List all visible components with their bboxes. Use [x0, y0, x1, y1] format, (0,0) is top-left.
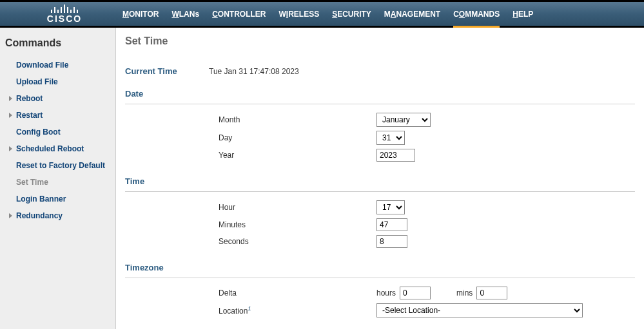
cisco-logo-bars: [51, 4, 78, 13]
year-label: Year: [125, 151, 376, 160]
section-divider: [125, 278, 635, 278]
location-footnote: 1: [248, 305, 251, 312]
minutes-input[interactable]: [376, 218, 407, 231]
sidebar-item-label: Restart: [16, 109, 43, 121]
sidebar-item-set-time[interactable]: Set Time: [0, 174, 115, 191]
sidebar-item-label: Reboot: [16, 93, 43, 104]
sidebar-item-label: Upload File: [16, 76, 58, 88]
sidebar-title: Commands: [0, 34, 115, 57]
section-divider: [125, 191, 635, 192]
month-select[interactable]: January: [376, 113, 431, 127]
expand-icon: [9, 213, 12, 218]
sidebar-item-label: Download File: [16, 59, 68, 71]
location-label: Location1: [125, 305, 376, 316]
time-section-label: Time: [125, 176, 635, 186]
top-header: CISCO MONITOR WLANs CONTROLLER WIRELESS …: [0, 0, 644, 26]
page-title: Set Time: [125, 35, 635, 47]
hour-label: Hour: [125, 203, 376, 212]
nav-wireless[interactable]: WIRELESS: [272, 2, 326, 26]
sidebar-item-download-file[interactable]: Download File: [0, 57, 115, 73]
current-time-label: Current Time: [125, 66, 209, 76]
sidebar-item-label: Set Time: [16, 176, 48, 188]
minutes-label: Minutes: [125, 220, 376, 229]
sidebar-item-config-boot[interactable]: Config Boot: [0, 124, 115, 140]
delta-mins-label: mins: [456, 288, 473, 298]
content-area: Set Time Current Time Tue Jan 31 17:47:0…: [116, 28, 644, 329]
delta-hours-input[interactable]: [400, 287, 431, 299]
delta-label: Delta: [125, 288, 376, 298]
nav-controller[interactable]: CONTROLLER: [206, 2, 272, 26]
current-time-value: Tue Jan 31 17:47:08 2023: [209, 67, 299, 76]
nav-monitor[interactable]: MONITOR: [116, 2, 165, 26]
section-divider: [125, 104, 635, 104]
date-section-label: Date: [125, 89, 635, 99]
sidebar-item-upload-file[interactable]: Upload File: [0, 73, 115, 90]
sidebar-item-reboot[interactable]: Reboot: [0, 90, 115, 107]
day-label: Day: [125, 133, 376, 142]
sidebar-item-label: Login Banner: [16, 193, 66, 205]
month-label: Month: [125, 115, 376, 124]
sidebar: Commands Download File Upload File Reboo…: [0, 28, 116, 329]
seconds-label: Seconds: [125, 237, 376, 246]
cisco-logo: CISCO: [0, 4, 116, 24]
seconds-input[interactable]: [376, 235, 407, 248]
main-nav: MONITOR WLANs CONTROLLER WIRELESS SECURI…: [116, 2, 540, 26]
sidebar-item-scheduled-reboot[interactable]: Scheduled Reboot: [0, 140, 115, 157]
delta-hours-label: hours: [376, 288, 396, 298]
main-layout: Commands Download File Upload File Reboo…: [0, 28, 644, 329]
sidebar-item-label: Reset to Factory Default: [16, 160, 105, 171]
sidebar-item-label: Redundancy: [16, 210, 63, 222]
sidebar-item-redundancy[interactable]: Redundancy: [0, 207, 115, 224]
nav-commands[interactable]: COMMANDS: [447, 2, 506, 26]
nav-security[interactable]: SECURITY: [326, 2, 378, 26]
current-time-row: Current Time Tue Jan 31 17:47:08 2023: [125, 66, 635, 76]
nav-wlans[interactable]: WLANs: [165, 2, 206, 26]
sidebar-item-label: Config Boot: [16, 126, 61, 138]
timezone-section-label: Timezone: [125, 263, 635, 272]
sidebar-item-label: Scheduled Reboot: [16, 143, 84, 155]
nav-help[interactable]: HELP: [506, 2, 540, 26]
expand-icon: [9, 113, 12, 118]
sidebar-item-login-banner[interactable]: Login Banner: [0, 191, 115, 207]
sidebar-item-restart[interactable]: Restart: [0, 107, 115, 124]
hour-select[interactable]: 17: [376, 200, 405, 214]
nav-management[interactable]: MANAGEMENT: [378, 2, 447, 26]
expand-icon: [9, 96, 12, 101]
location-select[interactable]: -Select Location-: [376, 303, 583, 317]
expand-icon: [9, 146, 12, 151]
year-input[interactable]: [376, 149, 415, 162]
brand-text: CISCO: [47, 14, 82, 24]
sidebar-item-reset-factory[interactable]: Reset to Factory Default: [0, 157, 115, 174]
day-select[interactable]: 31: [376, 131, 405, 145]
delta-mins-input[interactable]: [476, 287, 507, 299]
